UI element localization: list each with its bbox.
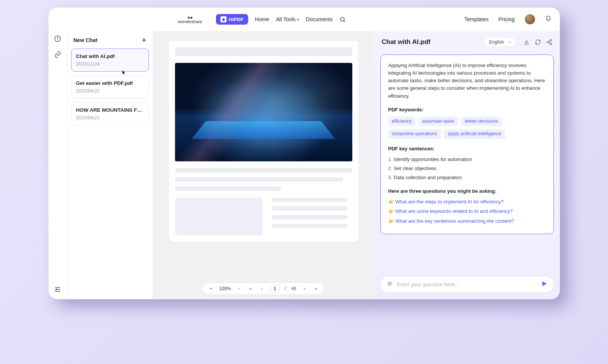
skeleton-line xyxy=(175,186,281,191)
skeleton-line xyxy=(272,215,347,219)
brand-dots-icon: ⬥⬥ xyxy=(187,15,192,19)
divider xyxy=(209,14,209,24)
refresh-icon[interactable] xyxy=(535,39,541,45)
chat-card-date: 2023/11/24 xyxy=(76,61,144,67)
chat-card-date: 2023/06/22 xyxy=(76,88,144,94)
key-sentences-list: 1.Identify opportunities for automation … xyxy=(388,156,546,181)
key-sentences-heading: PDF key sentences: xyxy=(388,145,546,153)
nav-all-tools[interactable]: All Tools ▾ xyxy=(276,16,299,22)
chat-card[interactable]: Get easier with PDF.pdf 2023/06/22 xyxy=(71,75,149,98)
brand-logo[interactable]: ⬥⬥ wondershare xyxy=(178,15,202,24)
svg-point-11 xyxy=(389,283,391,285)
questions-heading: Here are three questions you might be as… xyxy=(388,187,546,195)
page-sep: / xyxy=(285,286,286,291)
skeleton-lines-block xyxy=(272,198,352,236)
brand-text: wondershare xyxy=(178,19,202,24)
chat-text-input[interactable] xyxy=(397,281,537,287)
search-icon[interactable] xyxy=(339,16,346,23)
zoom-level: 100% xyxy=(219,286,231,291)
svg-line-1 xyxy=(344,20,345,22)
pdf-hero-image xyxy=(175,63,352,161)
keyword-tag[interactable]: efficiency xyxy=(388,117,416,126)
app-window: ⬥⬥ wondershare ◆ HiPDF Home All Tools ▾ … xyxy=(48,8,560,299)
prev-page-icon[interactable]: ‹ xyxy=(259,286,265,291)
keyword-tag[interactable]: apply artificial intelligence xyxy=(444,129,505,139)
skeleton-line xyxy=(272,206,347,211)
pager: + 100% − « ‹ / 46 › » xyxy=(202,283,325,295)
page-input[interactable] xyxy=(270,285,280,292)
first-page-icon[interactable]: « xyxy=(248,286,254,291)
hipdf-icon: ◆ xyxy=(220,16,227,22)
key-sentence: 2.Set clear objectives xyxy=(388,165,546,172)
suggested-question[interactable]: What are the key sentences summarizing t… xyxy=(388,217,546,225)
chat-card-title: Get easier with PDF.pdf xyxy=(76,80,144,86)
keywords-tags: efficiency automate tasks better decisio… xyxy=(388,117,546,139)
nav-all-tools-label: All Tools xyxy=(276,16,295,22)
send-icon[interactable] xyxy=(541,280,548,289)
new-chat-row: New Chat + xyxy=(71,35,149,48)
workspace: New Chat + Chat with AI.pdf 2023/11/24 G… xyxy=(48,31,560,299)
chat-panel: Chat with AI.pdf English Applying Artifi… xyxy=(374,31,560,299)
chevron-down-icon: ▾ xyxy=(297,17,299,22)
chat-card[interactable]: HOW ARE MOUNTAINS FOR... 2023/06/21 xyxy=(71,102,149,125)
pdf-page[interactable] xyxy=(169,41,358,242)
collapse-sidebar-icon[interactable] xyxy=(54,286,61,293)
keyword-tag[interactable]: streamline operations xyxy=(388,129,441,139)
chat-header: Chat with AI.pdf English xyxy=(374,31,560,51)
history-icon[interactable] xyxy=(54,35,61,42)
keyword-tag[interactable]: automate tasks xyxy=(418,117,458,126)
svg-point-7 xyxy=(547,41,549,43)
chat-card-title: HOW ARE MOUNTAINS FOR... xyxy=(76,107,144,113)
svg-point-8 xyxy=(550,43,552,45)
suggested-question[interactable]: What are the steps to implement AI for e… xyxy=(388,198,546,206)
nav-documents[interactable]: Documents xyxy=(306,16,333,22)
nav-templates[interactable]: Templates xyxy=(464,16,489,22)
nav-home[interactable]: Home xyxy=(255,16,269,22)
download-icon[interactable] xyxy=(524,39,530,45)
chat-card-title: Chat with AI.pdf xyxy=(76,53,144,59)
svg-point-0 xyxy=(341,17,344,21)
ai-summary: Applying Artificial Intelligence (AI) to… xyxy=(388,62,546,100)
plus-icon[interactable]: + xyxy=(142,37,147,43)
suggested-question[interactable]: What are some keywords related to AI and… xyxy=(388,208,546,215)
next-page-icon[interactable]: › xyxy=(302,286,308,291)
svg-point-6 xyxy=(550,39,552,41)
topbar: ⬥⬥ wondershare ◆ HiPDF Home All Tools ▾ … xyxy=(48,8,560,31)
skeleton-image-block xyxy=(175,198,263,236)
notifications-icon[interactable] xyxy=(545,16,552,23)
zoom-out-icon[interactable]: − xyxy=(236,286,242,291)
language-value: English xyxy=(489,39,504,45)
sparkle-icon[interactable] xyxy=(386,280,393,289)
skeleton-title xyxy=(175,47,352,56)
skeleton-line xyxy=(175,177,344,182)
chat-card[interactable]: Chat with AI.pdf 2023/11/24 xyxy=(71,48,149,72)
language-select[interactable]: English xyxy=(485,37,515,47)
chat-input xyxy=(380,277,554,292)
svg-line-9 xyxy=(548,41,550,42)
key-sentence: 3.Data collection and preparation xyxy=(388,174,546,181)
svg-line-10 xyxy=(548,42,550,44)
keyword-tag[interactable]: better decisions xyxy=(461,117,502,126)
key-sentence: 1.Identify opportunities for automation xyxy=(388,156,546,163)
skeleton-two-col xyxy=(175,198,352,236)
link-icon[interactable] xyxy=(54,51,61,58)
nav-pricing[interactable]: Pricing xyxy=(499,16,515,22)
suggested-questions: What are the steps to implement AI for e… xyxy=(388,198,546,225)
skeleton-line xyxy=(272,198,347,202)
chat-card-date: 2023/06/21 xyxy=(76,115,144,120)
rail xyxy=(48,31,67,299)
skeleton-line xyxy=(272,224,347,228)
avatar[interactable] xyxy=(525,14,535,25)
share-icon[interactable] xyxy=(546,39,552,45)
page-total: 46 xyxy=(291,286,296,291)
zoom-in-icon[interactable]: + xyxy=(208,286,214,291)
keywords-heading: PDF keywords: xyxy=(388,106,546,114)
pdf-viewer: + 100% − « ‹ / 46 › » xyxy=(153,31,374,299)
hipdf-button[interactable]: ◆ HiPDF xyxy=(216,14,248,25)
chat-title: Chat with AI.pdf xyxy=(382,38,431,46)
skeleton-line xyxy=(175,168,352,173)
last-page-icon[interactable]: » xyxy=(313,286,319,291)
sidebar: New Chat + Chat with AI.pdf 2023/11/24 G… xyxy=(67,31,153,299)
hipdf-label: HiPDF xyxy=(229,17,244,22)
new-chat-label: New Chat xyxy=(73,37,98,43)
